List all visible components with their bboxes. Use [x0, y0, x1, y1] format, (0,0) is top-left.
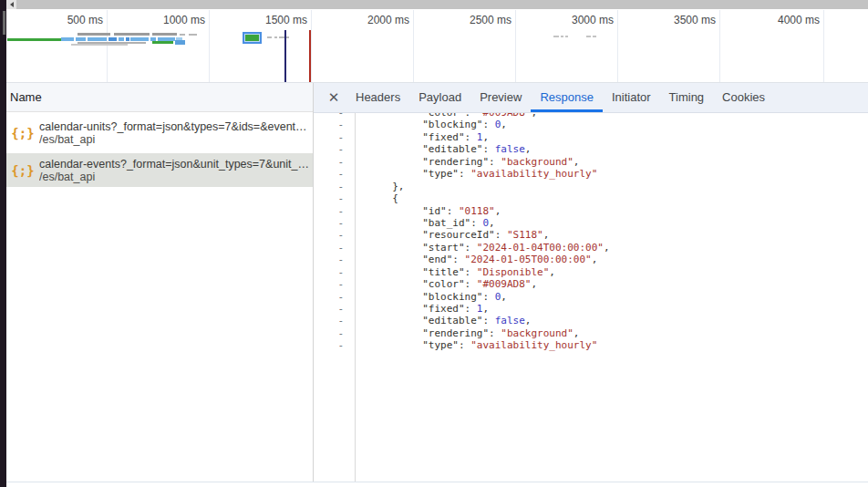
waterfall-bar [189, 34, 197, 36]
code-line: "rendering": "background", [362, 156, 868, 168]
code-line: "fixed": 1, [362, 131, 868, 143]
waterfall-bar [78, 33, 110, 36]
fold-gutter: -------------------- [314, 113, 356, 482]
timeline-tick-label: 2000 ms [346, 14, 409, 26]
waterfall-bar [88, 37, 107, 41]
tab-cookies[interactable]: Cookies [713, 83, 774, 112]
timeline-gridline [311, 10, 312, 82]
code-line: "fixed": 1, [362, 303, 868, 315]
timeline-tick-label: 500 ms [39, 14, 103, 26]
waterfall-bar [114, 33, 150, 36]
close-icon[interactable]: ✕ [321, 83, 346, 112]
code-line: "type": "availability_hourly" [362, 168, 868, 180]
request-row[interactable]: {;}calendar-events?_format=json&unit_typ… [6, 153, 313, 187]
tab-initiator[interactable]: Initiator [603, 83, 660, 112]
request-path: /es/bat_api [39, 133, 313, 146]
waterfall-bar [71, 44, 128, 46]
waterfall-bar [61, 37, 74, 41]
detail-tabbar: ✕ HeadersPayloadPreviewResponseInitiator… [314, 83, 868, 113]
fold-marker[interactable]: - [314, 168, 356, 180]
code-line: "editable": false, [362, 143, 868, 155]
network-overview-timeline[interactable] [6, 10, 868, 83]
waterfall-bar [119, 37, 124, 41]
timeline-gridline [515, 10, 516, 82]
fold-marker[interactable]: - [314, 143, 356, 155]
fold-marker[interactable]: - [314, 217, 356, 229]
highlight-box-green-bar [245, 35, 259, 41]
request-path: /es/bat_api [39, 171, 313, 183]
code-line: "id": "0118", [362, 205, 868, 217]
request-row[interactable]: {;}calendar-units?_format=json&types=7&i… [6, 112, 313, 153]
code-line: }, [362, 181, 868, 192]
timeline-tick-label: 3500 ms [652, 14, 716, 26]
waterfall-bar [7, 38, 61, 41]
json-braces-icon: {;} [13, 161, 33, 180]
code-line: "bat_id": 0, [362, 217, 868, 229]
scrollbar-left-arrow-icon[interactable] [6, 0, 16, 9]
waterfall-bar [152, 41, 173, 44]
timeline-tick-label: 1500 ms [243, 14, 307, 26]
waterfall-bar [553, 36, 559, 37]
request-text: calendar-events?_format=json&unit_types=… [39, 158, 313, 183]
fold-marker[interactable]: - [314, 156, 356, 168]
timeline-gridline [719, 10, 720, 82]
waterfall-bar [130, 37, 149, 41]
code-line: "end": "2024-01-05T00:00:00", [362, 254, 868, 265]
fold-marker[interactable]: - [314, 315, 356, 326]
waterfall-bar [180, 34, 185, 36]
waterfall-bar [565, 36, 568, 37]
tab-headers[interactable]: Headers [346, 83, 409, 112]
devtools-network-panel: Name {;}calendar-units?_format=json&type… [0, 0, 868, 487]
code-line: "rendering": "background", [362, 327, 868, 339]
request-list-panel: Name {;}calendar-units?_format=json&type… [6, 83, 313, 487]
timeline-tick-label: 4000 ms [756, 14, 820, 26]
code-line: "title": "Disponible", [362, 266, 868, 278]
bottom-border [6, 482, 868, 482]
waterfall-bar [108, 37, 117, 41]
waterfall-bar [593, 36, 596, 37]
timeline-gridline [209, 10, 210, 82]
name-column-header[interactable]: Name [6, 83, 313, 112]
fold-marker[interactable]: - [314, 327, 356, 339]
tab-timing[interactable]: Timing [660, 83, 714, 112]
fold-marker[interactable]: - [314, 303, 356, 315]
request-name: calendar-units?_format=json&types=7&ids=… [39, 120, 313, 133]
waterfall-bar [274, 36, 277, 38]
fold-marker[interactable]: - [314, 192, 356, 204]
fold-marker[interactable]: - [314, 278, 356, 290]
waterfall-bar [152, 33, 177, 36]
load-marker [309, 30, 311, 82]
window-edge-strip [0, 0, 6, 487]
edge-scrollbar-thumb[interactable] [3, 11, 5, 35]
fold-marker[interactable]: - [314, 339, 356, 351]
waterfall-bar [586, 36, 591, 37]
waterfall-bar [175, 40, 185, 45]
waterfall-bar [561, 36, 563, 37]
fold-marker[interactable]: - [314, 205, 356, 217]
request-text: calendar-units?_format=json&types=7&ids=… [39, 120, 313, 146]
scrollbar-thumb[interactable] [16, 0, 868, 9]
fold-marker[interactable]: - [314, 119, 356, 130]
fold-marker[interactable]: - [314, 266, 356, 278]
code-line: "resourceId": "S118", [362, 229, 868, 241]
tab-payload[interactable]: Payload [409, 83, 470, 112]
fold-marker[interactable]: - [314, 131, 356, 143]
tab-preview[interactable]: Preview [470, 83, 531, 112]
timeline-gridline [413, 10, 414, 82]
waterfall-bar [76, 37, 86, 41]
timeline-tick-label: 1000 ms [141, 14, 205, 26]
json-braces-icon: {;} [13, 124, 33, 142]
fold-marker[interactable]: - [314, 254, 356, 265]
request-name: calendar-events?_format=json&unit_types=… [39, 158, 313, 171]
fold-marker[interactable]: - [314, 229, 356, 241]
overview-horizontal-scrollbar[interactable] [6, 0, 868, 9]
code-line: "color": "#009AD8", [362, 278, 868, 290]
tab-response[interactable]: Response [531, 83, 603, 112]
code-line: "blocking": 0, [362, 119, 868, 130]
timeline-tick-label: 2500 ms [448, 14, 512, 26]
fold-marker[interactable]: - [314, 291, 356, 303]
fold-marker[interactable]: - [314, 181, 356, 192]
code-line: "blocking": 0, [362, 291, 868, 303]
response-content: -------------------- "color": "#009AD8",… [314, 113, 868, 482]
fold-marker[interactable]: - [314, 242, 356, 254]
